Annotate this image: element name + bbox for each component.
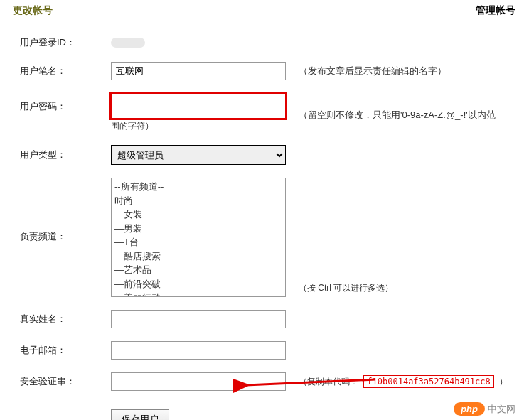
save-button[interactable]: 保存用户	[111, 409, 169, 420]
hint-password-a: （留空则不修改，只能用'0-9a-zA-Z.@_-!'以内范	[299, 109, 496, 122]
channel-option[interactable]: --所有频道--	[114, 180, 282, 194]
watermark-brand: php	[454, 402, 485, 416]
row-user-type: 用户类型： 超级管理员	[20, 145, 511, 165]
row-channels: 负责频道： --所有频道-- 时尚 —女装 —男装 —T台 —酷店搜索 —艺术品…	[20, 178, 511, 297]
label-nickname: 用户笔名：	[20, 65, 111, 77]
watermark: php 中文网	[454, 402, 515, 416]
channel-option[interactable]: —美丽行动	[114, 291, 282, 297]
channel-option[interactable]: —艺术品	[114, 263, 282, 277]
hint-security: （复制本代码： f10b0014af3a52764b491cc8 ）	[299, 376, 508, 388]
channel-option[interactable]: —T台	[114, 235, 282, 249]
hint-channels: （按 Ctrl 可以进行多选）	[299, 282, 393, 294]
channels-multiselect[interactable]: --所有频道-- 时尚 —女装 —男装 —T台 —酷店搜索 —艺术品 —前沿突破…	[111, 178, 286, 297]
security-code-input[interactable]	[111, 372, 286, 391]
row-login-id: 用户登录ID：	[20, 36, 511, 49]
hint-security-prefix: （复制本代码：	[299, 377, 358, 387]
security-code-value: f10b0014af3a52764b491cc8	[363, 375, 493, 388]
label-real-name: 真实姓名：	[20, 313, 111, 325]
hint-password-b: 围的字符）	[111, 120, 286, 132]
channel-option[interactable]: —酷店搜索	[114, 249, 282, 264]
account-form: 用户登录ID： 用户笔名： （发布文章后显示责任编辑的名字） 用户密码： 围的字…	[0, 23, 524, 420]
real-name-input[interactable]	[111, 310, 286, 328]
channel-option[interactable]: 时尚	[114, 194, 282, 208]
row-security: 安全验证串： （复制本代码： f10b0014af3a52764b491cc8 …	[20, 372, 511, 391]
row-actions: 保存用户	[20, 409, 511, 420]
label-login-id: 用户登录ID：	[20, 36, 111, 49]
row-email: 电子邮箱：	[20, 341, 511, 360]
label-security: 安全验证串：	[20, 375, 111, 388]
page-header: 更改帐号 管理帐号	[0, 0, 524, 23]
channel-option[interactable]: —男装	[114, 222, 282, 236]
row-real-name: 真实姓名：	[20, 310, 511, 328]
nickname-input[interactable]	[111, 62, 286, 80]
label-channels: 负责频道：	[20, 230, 111, 243]
password-input[interactable]	[111, 93, 286, 119]
hint-security-suffix: ）	[499, 377, 508, 387]
label-user-type: 用户类型：	[20, 149, 111, 161]
manage-account-link[interactable]: 管理帐号	[476, 4, 515, 17]
label-password: 用户密码：	[20, 100, 111, 113]
page-title: 更改帐号	[13, 4, 53, 17]
row-password: 用户密码： 围的字符） （留空则不修改，只能用'0-9a-zA-Z.@_-!'以…	[20, 93, 511, 132]
login-id-value-redacted	[111, 38, 145, 48]
hint-nickname: （发布文章后显示责任编辑的名字）	[299, 65, 447, 77]
user-type-select[interactable]: 超级管理员	[111, 145, 286, 165]
channel-option[interactable]: —女装	[114, 208, 282, 222]
label-email: 电子邮箱：	[20, 344, 111, 357]
channel-option[interactable]: —前沿突破	[114, 277, 282, 291]
watermark-text: 中文网	[488, 403, 515, 416]
row-nickname: 用户笔名： （发布文章后显示责任编辑的名字）	[20, 62, 511, 80]
email-input[interactable]	[111, 341, 286, 360]
